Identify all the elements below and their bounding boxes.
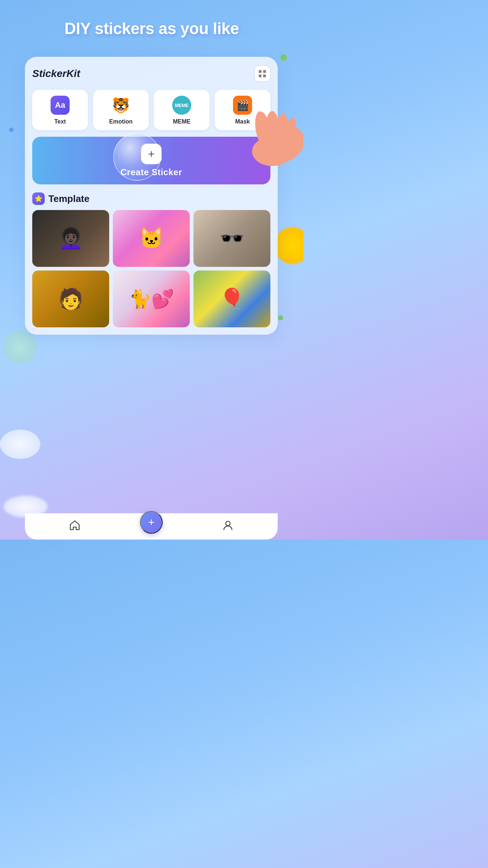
emotion-icon-label: 🐯 [112, 97, 130, 114]
svg-point-3 [273, 113, 289, 145]
template-section-header: ⭐ Template [32, 192, 270, 205]
home-icon [69, 520, 80, 533]
template-cat-1: 🐱 [139, 227, 164, 250]
grid-dot-2 [263, 70, 266, 73]
svg-line-6 [264, 140, 265, 143]
template-image-2: 🐱 [113, 210, 190, 267]
card-header: StickerKit [32, 66, 270, 82]
template-image-4: 🧑 [32, 271, 109, 327]
grid-menu-button[interactable] [254, 66, 270, 82]
cloud-bottom-decoration [4, 496, 48, 518]
template-item-6[interactable]: 🎈 [193, 271, 270, 327]
create-sticker-banner[interactable]: + Create Sticker [32, 137, 270, 184]
tool-mask-button[interactable]: 🎬 Mask [215, 90, 270, 130]
template-item-1[interactable]: 👩🏿‍🦱 [32, 210, 109, 267]
decorative-blob-teal [4, 331, 37, 364]
mask-tool-label: Mask [235, 118, 250, 125]
create-sticker-label: Create Sticker [121, 167, 182, 177]
template-cat-2: 🐈💕 [129, 288, 174, 310]
create-plus-icon: + [148, 147, 155, 161]
svg-point-5 [252, 137, 292, 166]
profile-icon [222, 520, 233, 533]
decorative-blob-green-small [278, 315, 283, 320]
svg-point-4 [281, 117, 299, 146]
template-star-icon: ⭐ [32, 192, 45, 205]
nav-plus-icon: + [148, 516, 155, 529]
text-icon-label: Aa [55, 100, 65, 110]
template-image-6: 🎈 [193, 271, 270, 327]
text-tool-label: Text [54, 118, 66, 125]
nav-create-button[interactable]: + [140, 511, 163, 534]
template-item-5[interactable]: 🐈💕 [113, 271, 190, 327]
tool-text-button[interactable]: Aa Text [32, 90, 88, 130]
grid-icon [259, 70, 266, 77]
template-image-3: 🕶️ [193, 210, 270, 267]
nav-home[interactable] [69, 520, 80, 533]
decorative-blob-green-top [280, 54, 287, 61]
template-spongebob: 🎈 [219, 287, 245, 311]
template-item-3[interactable]: 🕶️ [193, 210, 270, 267]
grid-dot-3 [259, 74, 262, 77]
tool-emotion-button[interactable]: 🐯 Emotion [93, 90, 149, 130]
app-title: StickerKit [32, 68, 80, 80]
template-grid: 👩🏿‍🦱 🐱 🕶️ 🧑 🐈💕 [32, 210, 270, 327]
svg-point-10 [226, 521, 230, 526]
nav-profile[interactable] [222, 520, 233, 533]
tools-row: Aa Text 🐯 Emotion MEME MEME 🎬 Mask [32, 90, 270, 130]
emotion-tool-icon: 🐯 [111, 96, 130, 115]
decorative-blob-yellow [274, 227, 303, 264]
emotion-tool-label: Emotion [109, 118, 133, 125]
template-face-1: 👩🏿‍🦱 [58, 227, 84, 250]
svg-line-7 [273, 139, 273, 141]
template-face-2: 🕶️ [219, 227, 245, 250]
meme-tool-label: MEME [173, 118, 191, 125]
tool-meme-button[interactable]: MEME MEME [154, 90, 210, 130]
hero-title: DIY stickers as you like [0, 19, 303, 38]
create-plus-circle: + [141, 144, 162, 164]
text-tool-icon: Aa [51, 96, 70, 115]
decorative-cloud-white [0, 430, 40, 459]
template-image-1: 👩🏿‍🦱 [32, 210, 109, 267]
template-item-4[interactable]: 🧑 [32, 271, 109, 327]
star-icon: ⭐ [34, 195, 42, 203]
template-item-2[interactable]: 🐱 [113, 210, 190, 267]
bottom-navigation: + [25, 513, 278, 540]
grid-dot-4 [263, 74, 266, 77]
template-face-3: 🧑 [58, 287, 84, 311]
app-card: StickerKit Aa Text 🐯 Emotion [25, 57, 278, 335]
svg-line-8 [281, 140, 281, 143]
grid-dot-1 [259, 70, 262, 73]
template-section-title: Template [48, 193, 89, 205]
meme-icon-label: MEME [175, 103, 189, 108]
mask-tool-icon: 🎬 [233, 96, 252, 115]
mask-icon-label: 🎬 [236, 99, 249, 111]
decorative-blob-blue-left [9, 128, 14, 132]
template-image-5: 🐈💕 [113, 271, 190, 327]
meme-tool-icon: MEME [172, 96, 191, 115]
